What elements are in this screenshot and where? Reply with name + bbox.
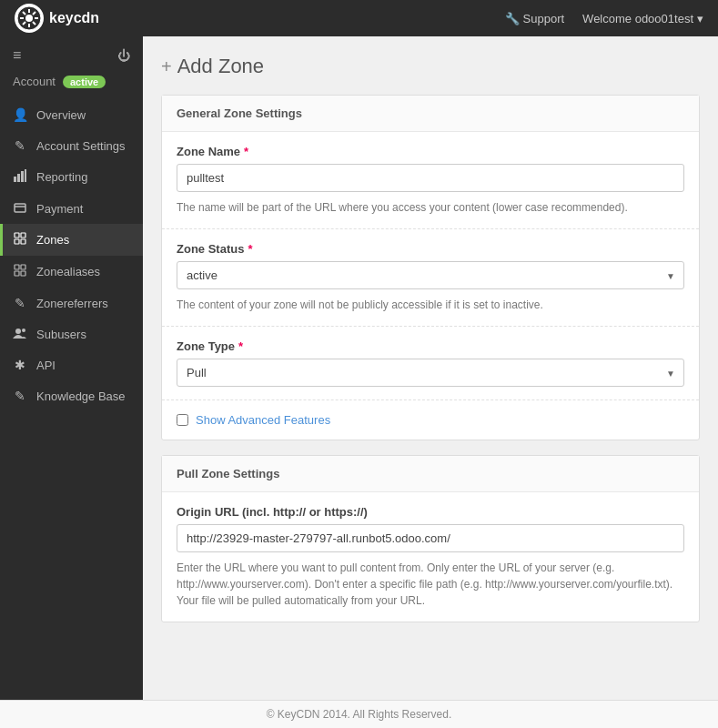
zone-name-group: Zone Name * The name will be part of the… — [162, 132, 699, 229]
sidebar-item-label: Subusers — [36, 328, 86, 341]
sidebar-top: ≡ ⏻ — [0, 36, 143, 71]
svg-rect-10 — [15, 239, 19, 244]
svg-rect-4 — [21, 171, 24, 182]
sidebar-item-payment[interactable]: Payment — [0, 193, 143, 224]
sidebar-item-account-settings[interactable]: ✎ Account Settings — [0, 130, 143, 161]
origin-url-group: Origin URL (incl. http:// or https://) E… — [162, 492, 699, 622]
footer: © KeyCDN 2014. All Rights Reserved. — [0, 700, 718, 728]
sidebar-item-label: Account Settings — [36, 139, 126, 153]
pull-zone-settings-card: Pull Zone Settings Origin URL (incl. htt… — [161, 455, 700, 622]
zone-status-group: Zone Status * active inactive The conten… — [162, 229, 699, 327]
chevron-down-icon: ▾ — [697, 12, 703, 25]
sidebar-item-label: Reporting — [36, 170, 87, 184]
footer-text: © KeyCDN 2014. All Rights Reserved. — [267, 708, 452, 721]
advanced-features-label[interactable]: Show Advanced Features — [196, 413, 330, 427]
sidebar: ≡ ⏻ Account active 👤 Overview ✎ Account … — [0, 36, 143, 700]
topnav-right: 🔧 Support Welcome odoo01test ▾ — [505, 12, 703, 25]
svg-rect-11 — [21, 239, 25, 244]
reporting-icon — [13, 169, 27, 185]
account-section: Account active — [0, 71, 143, 99]
sidebar-item-label: Overview — [36, 108, 86, 122]
zone-status-select[interactable]: active inactive — [177, 261, 684, 289]
sidebar-item-label: API — [36, 359, 56, 372]
zone-status-select-wrapper: active inactive — [177, 261, 684, 289]
sidebar-item-label: Payment — [36, 202, 83, 216]
general-settings-title: General Zone Settings — [162, 96, 699, 132]
svg-rect-2 — [14, 177, 16, 182]
zone-name-input[interactable] — [177, 164, 684, 192]
account-label: Account — [13, 75, 56, 88]
sidebar-item-subusers[interactable]: Subusers — [0, 318, 143, 349]
sidebar-item-zonereferrers[interactable]: ✎ Zonereferrers — [0, 288, 143, 318]
svg-rect-3 — [17, 174, 20, 182]
sidebar-item-label: Zonereferrers — [36, 297, 108, 310]
sidebar-item-label: Zonealiases — [36, 265, 100, 278]
zonereferrers-icon: ✎ — [13, 296, 27, 310]
hamburger-icon[interactable]: ≡ — [13, 47, 21, 64]
power-icon[interactable]: ⏻ — [117, 48, 130, 63]
account-settings-icon: ✎ — [13, 138, 27, 153]
overview-icon: 👤 — [13, 107, 27, 122]
account-status-badge: active — [63, 76, 106, 88]
logo-icon — [15, 4, 44, 33]
zone-type-required: * — [238, 339, 243, 353]
sidebar-item-knowledge-base[interactable]: ✎ Knowledge Base — [0, 380, 143, 411]
zone-type-label: Zone Type * — [177, 339, 684, 353]
sidebar-item-overview[interactable]: 👤 Overview — [0, 99, 143, 130]
logo-text: keycdn — [49, 10, 99, 26]
subusers-icon — [13, 327, 27, 341]
sidebar-item-label: Zones — [36, 233, 69, 247]
svg-rect-5 — [25, 169, 26, 182]
svg-point-17 — [22, 329, 25, 332]
api-icon: ✱ — [13, 358, 27, 372]
zonealiases-icon — [13, 264, 27, 279]
zone-name-label: Zone Name * — [177, 145, 684, 158]
sidebar-item-reporting[interactable]: Reporting — [0, 161, 143, 193]
advanced-features-checkbox[interactable] — [177, 414, 188, 426]
advanced-features-group: Show Advanced Features — [162, 400, 699, 440]
zone-type-select-wrapper: Pull Push — [177, 359, 684, 387]
sidebar-item-label: Knowledge Base — [36, 389, 126, 403]
logo: keycdn — [15, 4, 99, 33]
plus-icon: + — [161, 56, 172, 77]
zone-type-select[interactable]: Pull Push — [177, 359, 684, 387]
zone-name-required: * — [244, 145, 248, 158]
svg-point-16 — [15, 329, 21, 334]
sidebar-nav: 👤 Overview ✎ Account Settings Reporting … — [0, 99, 143, 411]
page-title-text: Add Zone — [177, 55, 264, 78]
svg-rect-8 — [15, 233, 19, 238]
zone-status-required: * — [248, 242, 252, 256]
svg-rect-15 — [21, 271, 25, 276]
welcome-menu[interactable]: Welcome odoo01test ▾ — [582, 12, 703, 25]
svg-point-1 — [25, 15, 33, 22]
wrench-icon: 🔧 — [505, 12, 520, 25]
zone-type-group: Zone Type * Pull Push — [162, 327, 699, 400]
svg-rect-9 — [21, 233, 25, 238]
knowledge-base-icon: ✎ — [13, 389, 27, 403]
zone-status-hint: The content of your zone will not be pub… — [177, 297, 684, 313]
svg-rect-13 — [21, 265, 25, 269]
pull-settings-title: Pull Zone Settings — [162, 456, 699, 492]
zones-icon — [13, 232, 27, 248]
origin-url-hint: Enter the URL where you want to pull con… — [177, 560, 684, 609]
main-content: + Add Zone General Zone Settings Zone Na… — [143, 36, 718, 700]
origin-url-label: Origin URL (incl. http:// or https://) — [177, 505, 684, 519]
svg-rect-6 — [15, 204, 25, 212]
top-nav: keycdn 🔧 Support Welcome odoo01test ▾ — [0, 0, 718, 36]
sidebar-item-zones[interactable]: Zones — [0, 224, 143, 256]
zone-name-hint: The name will be part of the URL where y… — [177, 199, 684, 216]
zone-status-label: Zone Status * — [177, 242, 684, 256]
svg-rect-12 — [15, 265, 19, 269]
svg-rect-14 — [15, 271, 19, 276]
support-link[interactable]: 🔧 Support — [505, 12, 565, 25]
payment-icon — [13, 201, 27, 216]
sidebar-item-zonealiases[interactable]: Zonealiases — [0, 256, 143, 288]
origin-url-input[interactable] — [177, 524, 684, 552]
general-zone-settings-card: General Zone Settings Zone Name * The na… — [161, 95, 700, 440]
page-title: + Add Zone — [161, 55, 700, 78]
sidebar-item-api[interactable]: ✱ API — [0, 349, 143, 380]
